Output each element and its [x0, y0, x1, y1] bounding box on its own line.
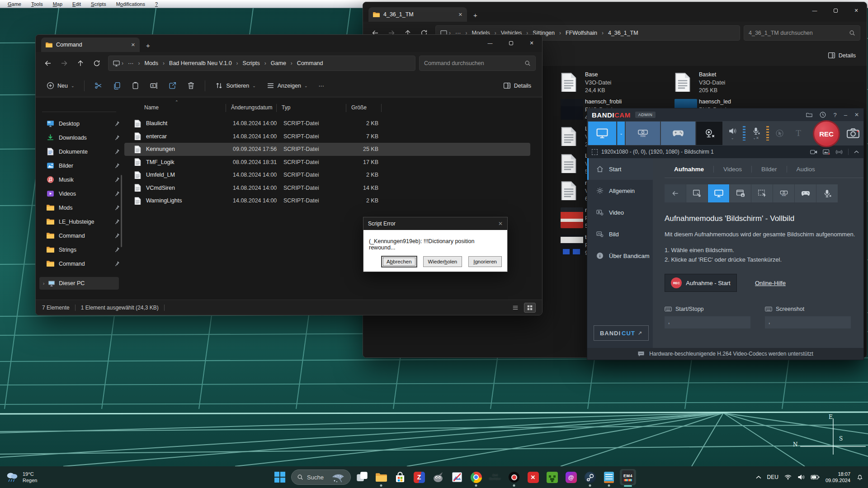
language-indicator[interactable]: DEU — [767, 474, 778, 480]
cmd-search-input[interactable] — [424, 60, 524, 66]
taskbar-icon-em4-editor[interactable]: EM4 — [618, 467, 637, 488]
image-capture-icon[interactable] — [823, 149, 830, 155]
cut-button[interactable] — [90, 78, 107, 94]
speaker-button[interactable]: ⌄ — [723, 122, 741, 145]
taskbar-icon-start[interactable] — [270, 467, 289, 488]
dialog-button-abbrechen[interactable]: Abbrechen — [382, 256, 417, 267]
copy-button[interactable] — [108, 78, 125, 94]
maximize-button[interactable] — [500, 35, 521, 51]
large-icons-view-toggle[interactable] — [524, 303, 536, 313]
rename-button[interactable]: A — [146, 78, 162, 94]
minimize-button[interactable]: — — [804, 2, 825, 19]
view-button[interactable]: Anzeigen⌄ — [262, 78, 312, 94]
cmd-tab[interactable]: Command ✕ — [41, 38, 140, 52]
screen-record-mode-button[interactable] — [588, 122, 616, 145]
breadcrumb-item[interactable]: Command — [294, 59, 326, 67]
taskbar-icon-minecraft[interactable] — [542, 467, 561, 488]
fullscreen-monitor-button[interactable] — [708, 184, 729, 202]
taskbar-icon-microsoft-store[interactable] — [391, 467, 410, 488]
bandicam-tab-audios[interactable]: Audios — [787, 166, 825, 173]
back-arrow-button[interactable] — [665, 184, 686, 202]
file-row-WarningLights[interactable]: WarningLights14.08.2024 14:00SCRIPT-Date… — [124, 194, 530, 207]
bandicam-sidebar-allgemein[interactable]: Allgemein — [587, 180, 653, 202]
minimize-icon[interactable]: – — [844, 112, 847, 118]
file-row-Umfeld_LM[interactable]: Umfeld_LM14.08.2024 14:00SCRIPT-Datei2 K… — [124, 169, 530, 182]
sort-button[interactable]: Sortieren⌄ — [211, 78, 260, 94]
output-folder-icon[interactable] — [806, 112, 812, 118]
sidebar-item-mods[interactable]: Mods — [36, 201, 123, 215]
menu-item-3[interactable]: Edit — [67, 1, 86, 7]
tm-search-input[interactable] — [749, 30, 849, 36]
dialog-close-icon[interactable]: ✕ — [498, 221, 503, 227]
battery-icon[interactable] — [811, 474, 820, 480]
collapse-icon[interactable] — [854, 150, 859, 154]
microphone-button[interactable]: ⌄✕ — [747, 122, 765, 145]
screenshot-button[interactable] — [846, 127, 860, 139]
region-cursor-button[interactable] — [751, 184, 773, 202]
game-record-mode-button[interactable] — [661, 122, 695, 145]
maximize-button[interactable] — [825, 2, 846, 19]
taskbar-icon-close-x-app[interactable]: ✕ — [524, 467, 542, 488]
breadcrumb-item[interactable]: FFWolfshain — [563, 29, 600, 37]
tile-Base[interactable]: BaseV3O-Datei24,4 KB — [561, 70, 674, 97]
file-row-Kennungen[interactable]: Kennungen09.09.2024 17:56SCRIPT-Datei25 … — [124, 143, 530, 156]
webcam-button[interactable] — [696, 122, 722, 145]
menu-item-6[interactable]: ? — [150, 1, 163, 7]
cmd-breadcrumb[interactable]: ›···›Mods›Bad Herrenalb Neu V.1.0›Sc​rip… — [108, 56, 415, 71]
breadcrumb-item[interactable]: Game — [268, 59, 289, 67]
file-row-Blaulicht[interactable]: Blaulicht14.08.2024 14:00SCRIPT-Datei2 K… — [124, 117, 530, 130]
forward-button[interactable] — [57, 56, 72, 70]
clock[interactable]: 18:07 09.09.2024 — [826, 471, 850, 483]
broadcast-icon[interactable] — [835, 149, 843, 155]
bandicam-tab-bilder[interactable]: Bilder — [752, 166, 787, 173]
bandicam-tab-aufnahme[interactable]: Aufnahme — [665, 166, 713, 173]
record-start-button[interactable]: REC Aufnahme - Start — [665, 274, 737, 292]
column-type[interactable]: Typ — [282, 104, 290, 111]
new-tab-button[interactable]: + — [146, 42, 150, 49]
wifi-icon[interactable] — [784, 474, 792, 480]
game-capture-button[interactable] — [795, 184, 816, 202]
script-error-dialog[interactable]: Script Error ✕ (_Kennungen919eb): !!!Dic… — [363, 217, 508, 272]
menu-item-4[interactable]: Scripts — [86, 1, 111, 7]
sidebar-item-downloads[interactable]: Downloads — [36, 131, 123, 145]
bandicam-sidebar-video[interactable]: Video — [587, 202, 653, 223]
breadcrumb-item[interactable]: 4_36_1_TM — [605, 29, 641, 37]
text-overlay-button[interactable]: T — [789, 122, 807, 145]
menu-item-1[interactable]: Tools — [26, 1, 48, 7]
column-name[interactable]: Name — [144, 104, 159, 111]
history-icon[interactable] — [820, 112, 826, 118]
breadcrumb-item[interactable]: Bad Herrenalb Neu V.1.0 — [166, 59, 235, 67]
column-size[interactable]: Größe — [351, 104, 367, 111]
video-capture-icon[interactable] — [810, 149, 817, 155]
more-button[interactable]: ··· — [314, 78, 329, 94]
window-capture-button[interactable] — [730, 184, 751, 202]
weather-widget[interactable]: 19°C Regen — [5, 466, 37, 488]
refresh-button[interactable] — [89, 56, 104, 70]
rec-button[interactable]: REC — [813, 120, 840, 147]
sidebar-item-command[interactable]: Command — [36, 257, 123, 271]
file-row-TMF_Logik[interactable]: TMF_Logik08.09.2024 18:31SCRIPT-Datei17 … — [124, 156, 530, 169]
taskbar-search[interactable] — [291, 469, 351, 485]
delete-button[interactable] — [183, 78, 199, 94]
back-button[interactable] — [40, 56, 56, 70]
hdmi-device-mode-button[interactable]: HDMI — [626, 122, 660, 145]
bandicam-tab-videos[interactable]: Videos — [714, 166, 751, 173]
sidebar-item-le_hubsteige[interactable]: LE_Hubsteige — [36, 215, 123, 229]
sidebar-item-dokumente[interactable]: Dokumente — [36, 145, 123, 159]
tm-tab[interactable]: 4_36_1_TM ✕ — [368, 7, 467, 22]
tray-overflow-icon[interactable] — [756, 475, 761, 479]
hotkey-start-stop-field[interactable]: , — [665, 316, 750, 328]
region-resize-button[interactable] — [686, 184, 708, 202]
sidebar-item-videos[interactable]: Videos — [36, 187, 123, 201]
mouse-effect-button[interactable] — [770, 122, 788, 145]
screen-record-dropdown[interactable]: ⌄ — [617, 122, 625, 145]
bandicam-sidebar-start[interactable]: Start — [587, 158, 653, 180]
sidebar-scrollbar[interactable] — [121, 175, 122, 247]
taskbar-icon-bandicam[interactable] — [505, 467, 524, 488]
cmd-search-box[interactable] — [419, 56, 536, 71]
hdmi-capture-button[interactable]: HDMI — [773, 184, 794, 202]
details-button[interactable]: Details — [499, 78, 536, 94]
tab-close-icon[interactable]: ✕ — [458, 12, 462, 18]
file-row-VCmdSiren[interactable]: VCmdSiren14.08.2024 14:00SCRIPT-Datei14 … — [124, 182, 530, 195]
column-date[interactable]: Änderungsdatum — [231, 104, 272, 111]
